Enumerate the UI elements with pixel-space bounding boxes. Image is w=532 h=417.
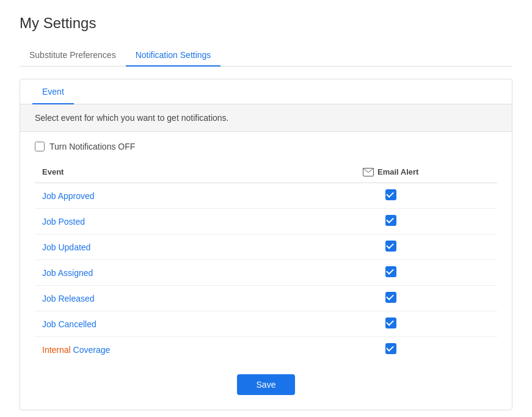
table-row: Job Cancelled [35,311,497,337]
email-alert-checkbox-1[interactable] [385,215,396,226]
event-name: Job Updated [42,242,90,252]
event-name: Job Released [42,294,95,303]
content-card: Event Select event for which you want to… [20,79,512,410]
card-body: Turn Notifications OFF Event [20,132,512,410]
email-alert-checkbox-4[interactable] [385,292,396,303]
email-alert-checkbox-2[interactable] [385,241,396,252]
event-name-internal: Internal [42,345,71,355]
table-row: Job Approved [35,183,497,209]
event-name: Job Approved [42,191,95,201]
table-row: Job Released [35,286,497,311]
save-button[interactable]: Save [237,374,296,395]
turn-off-checkbox[interactable] [35,142,45,151]
email-alert-checkbox-5[interactable] [385,317,396,328]
event-name: Job Cancelled [42,319,97,329]
event-name-coverage: Coverage [71,345,111,355]
event-name: Job Posted [42,217,85,227]
page-title: My Settings [20,15,512,32]
table-row: Internal Coverage [35,337,497,363]
table-row: Job Assigned [35,260,497,286]
page-container: My Settings Substitute Preferences Notif… [0,0,532,417]
col-email-header: Email Alert [284,161,497,183]
save-row: Save [35,374,497,395]
col-event-header: Event [35,161,284,183]
tabs-bar: Substitute Preferences Notification Sett… [20,44,512,67]
mail-icon [363,168,374,176]
event-name: Job Assigned [42,268,93,278]
tab-notification-settings[interactable]: Notification Settings [126,44,221,66]
turn-off-label: Turn Notifications OFF [49,142,135,151]
email-alert-checkbox-0[interactable] [385,189,396,200]
turn-off-row: Turn Notifications OFF [35,142,497,151]
tab-substitute-preferences[interactable]: Substitute Preferences [20,44,126,66]
table-row: Job Updated [35,234,497,260]
inner-tabs-bar: Event [20,79,512,104]
email-alert-checkbox-6[interactable] [385,343,396,354]
events-table: Event Email Alert [35,161,497,362]
tab-event[interactable]: Event [32,79,74,104]
table-row: Job Posted [35,209,497,234]
info-banner: Select event for which you want to get n… [20,104,512,132]
email-alert-checkbox-3[interactable] [385,266,396,277]
